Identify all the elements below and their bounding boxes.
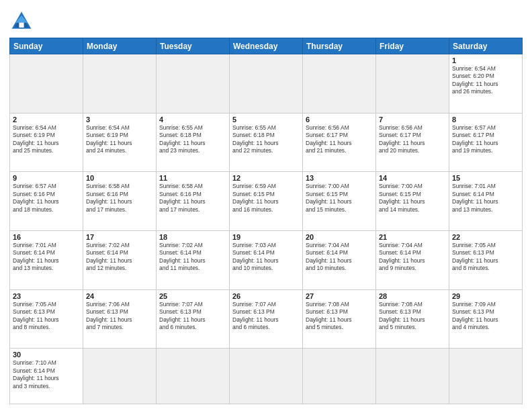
day-number: 24 (86, 292, 153, 300)
day-info: Sunrise: 7:08 AMSunset: 6:13 PMDaylight:… (379, 301, 446, 332)
week-row-4: 16Sunrise: 7:01 AMSunset: 6:14 PMDayligh… (10, 230, 523, 289)
day-info: Sunrise: 7:08 AMSunset: 6:13 PMDaylight:… (306, 301, 373, 332)
day-info: Sunrise: 7:04 AMSunset: 6:14 PMDaylight:… (306, 242, 373, 273)
day-cell: 24Sunrise: 7:06 AMSunset: 6:13 PMDayligh… (83, 289, 157, 349)
day-info: Sunrise: 6:57 AMSunset: 6:17 PMDaylight:… (452, 124, 519, 155)
day-cell: 8Sunrise: 6:57 AMSunset: 6:17 PMDaylight… (449, 113, 523, 172)
day-cell: 25Sunrise: 7:07 AMSunset: 6:13 PMDayligh… (157, 289, 230, 349)
day-cell: 21Sunrise: 7:04 AMSunset: 6:14 PMDayligh… (376, 230, 449, 289)
day-number: 1 (452, 56, 519, 64)
day-number: 11 (159, 174, 226, 182)
day-info: Sunrise: 7:02 AMSunset: 6:14 PMDaylight:… (86, 242, 153, 273)
week-row-1: 1Sunrise: 6:54 AMSunset: 6:20 PMDaylight… (10, 54, 523, 113)
day-number: 8 (452, 116, 519, 124)
day-info: Sunrise: 7:03 AMSunset: 6:14 PMDaylight:… (232, 242, 300, 273)
day-cell (449, 349, 523, 404)
day-cell (230, 54, 303, 113)
day-info: Sunrise: 6:54 AMSunset: 6:19 PMDaylight:… (86, 124, 153, 155)
day-info: Sunrise: 7:05 AMSunset: 6:13 PMDaylight:… (452, 242, 519, 273)
day-number: 22 (452, 233, 519, 241)
day-number: 6 (306, 116, 373, 124)
day-info: Sunrise: 7:10 AMSunset: 6:14 PMDaylight:… (13, 359, 80, 390)
day-number: 15 (452, 174, 519, 182)
day-cell (10, 54, 83, 113)
day-info: Sunrise: 7:07 AMSunset: 6:13 PMDaylight:… (159, 301, 226, 332)
day-cell: 2Sunrise: 6:54 AMSunset: 6:19 PMDaylight… (10, 113, 83, 172)
day-number: 13 (306, 174, 373, 182)
day-cell: 29Sunrise: 7:09 AMSunset: 6:13 PMDayligh… (449, 289, 523, 349)
day-cell: 7Sunrise: 6:56 AMSunset: 6:17 PMDaylight… (376, 113, 449, 172)
day-number: 2 (13, 116, 80, 124)
day-number: 7 (379, 116, 446, 124)
day-cell (83, 349, 157, 404)
day-cell: 26Sunrise: 7:07 AMSunset: 6:13 PMDayligh… (230, 289, 303, 349)
weekday-header-row: SundayMondayTuesdayWednesdayThursdayFrid… (10, 38, 523, 54)
day-cell (376, 54, 449, 113)
day-number: 12 (232, 174, 300, 182)
day-cell: 16Sunrise: 7:01 AMSunset: 6:14 PMDayligh… (10, 230, 83, 289)
logo-icon (9, 9, 34, 34)
day-info: Sunrise: 6:58 AMSunset: 6:16 PMDaylight:… (86, 183, 153, 214)
day-cell (303, 349, 376, 404)
day-cell (303, 54, 376, 113)
day-number: 27 (306, 292, 373, 300)
day-number: 23 (13, 292, 80, 300)
day-cell (157, 349, 230, 404)
day-info: Sunrise: 7:04 AMSunset: 6:14 PMDaylight:… (379, 242, 446, 273)
day-info: Sunrise: 6:55 AMSunset: 6:18 PMDaylight:… (159, 124, 226, 155)
day-info: Sunrise: 7:07 AMSunset: 6:13 PMDaylight:… (232, 301, 300, 332)
header (9, 7, 523, 34)
day-info: Sunrise: 7:01 AMSunset: 6:14 PMDaylight:… (13, 242, 80, 273)
day-info: Sunrise: 6:58 AMSunset: 6:16 PMDaylight:… (159, 183, 226, 214)
weekday-tuesday: Tuesday (157, 38, 230, 54)
day-cell: 12Sunrise: 6:59 AMSunset: 6:15 PMDayligh… (230, 172, 303, 231)
day-info: Sunrise: 7:05 AMSunset: 6:13 PMDaylight:… (13, 301, 80, 332)
day-cell: 18Sunrise: 7:02 AMSunset: 6:14 PMDayligh… (157, 230, 230, 289)
weekday-friday: Friday (376, 38, 449, 54)
day-cell: 5Sunrise: 6:55 AMSunset: 6:18 PMDaylight… (230, 113, 303, 172)
day-cell: 14Sunrise: 7:00 AMSunset: 6:15 PMDayligh… (376, 172, 449, 231)
weekday-wednesday: Wednesday (230, 38, 303, 54)
week-row-3: 9Sunrise: 6:57 AMSunset: 6:16 PMDaylight… (10, 172, 523, 231)
day-cell: 4Sunrise: 6:55 AMSunset: 6:18 PMDaylight… (157, 113, 230, 172)
week-row-5: 23Sunrise: 7:05 AMSunset: 6:13 PMDayligh… (10, 289, 523, 349)
day-number: 25 (159, 292, 226, 300)
day-cell: 23Sunrise: 7:05 AMSunset: 6:13 PMDayligh… (10, 289, 83, 349)
page: SundayMondayTuesdayWednesdayThursdayFrid… (0, 0, 532, 411)
week-row-6: 30Sunrise: 7:10 AMSunset: 6:14 PMDayligh… (10, 349, 523, 404)
day-cell: 17Sunrise: 7:02 AMSunset: 6:14 PMDayligh… (83, 230, 157, 289)
weekday-saturday: Saturday (449, 38, 523, 54)
day-number: 5 (232, 116, 300, 124)
day-info: Sunrise: 7:00 AMSunset: 6:15 PMDaylight:… (379, 183, 446, 214)
day-info: Sunrise: 7:00 AMSunset: 6:15 PMDaylight:… (306, 183, 373, 214)
day-cell (83, 54, 157, 113)
day-cell: 27Sunrise: 7:08 AMSunset: 6:13 PMDayligh… (303, 289, 376, 349)
day-cell: 13Sunrise: 7:00 AMSunset: 6:15 PMDayligh… (303, 172, 376, 231)
day-cell: 9Sunrise: 6:57 AMSunset: 6:16 PMDaylight… (10, 172, 83, 231)
day-cell: 15Sunrise: 7:01 AMSunset: 6:14 PMDayligh… (449, 172, 523, 231)
day-cell: 28Sunrise: 7:08 AMSunset: 6:13 PMDayligh… (376, 289, 449, 349)
day-cell: 6Sunrise: 6:56 AMSunset: 6:17 PMDaylight… (303, 113, 376, 172)
day-cell: 10Sunrise: 6:58 AMSunset: 6:16 PMDayligh… (83, 172, 157, 231)
day-cell (376, 349, 449, 404)
day-info: Sunrise: 7:01 AMSunset: 6:14 PMDaylight:… (452, 183, 519, 214)
day-number: 26 (232, 292, 300, 300)
day-cell: 3Sunrise: 6:54 AMSunset: 6:19 PMDaylight… (83, 113, 157, 172)
day-number: 29 (452, 292, 519, 300)
day-number: 14 (379, 174, 446, 182)
day-cell: 11Sunrise: 6:58 AMSunset: 6:16 PMDayligh… (157, 172, 230, 231)
day-number: 17 (86, 233, 153, 241)
day-cell: 19Sunrise: 7:03 AMSunset: 6:14 PMDayligh… (230, 230, 303, 289)
day-cell: 30Sunrise: 7:10 AMSunset: 6:14 PMDayligh… (10, 349, 83, 404)
day-number: 16 (13, 233, 80, 241)
day-number: 21 (379, 233, 446, 241)
day-info: Sunrise: 7:09 AMSunset: 6:13 PMDaylight:… (452, 301, 519, 332)
day-info: Sunrise: 6:57 AMSunset: 6:16 PMDaylight:… (13, 183, 80, 214)
weekday-monday: Monday (83, 38, 157, 54)
day-info: Sunrise: 6:55 AMSunset: 6:18 PMDaylight:… (232, 124, 300, 155)
logo (9, 9, 35, 34)
day-info: Sunrise: 6:54 AMSunset: 6:20 PMDaylight:… (452, 65, 519, 96)
day-info: Sunrise: 6:56 AMSunset: 6:17 PMDaylight:… (379, 124, 446, 155)
day-cell: 20Sunrise: 7:04 AMSunset: 6:14 PMDayligh… (303, 230, 376, 289)
day-number: 9 (13, 174, 80, 182)
